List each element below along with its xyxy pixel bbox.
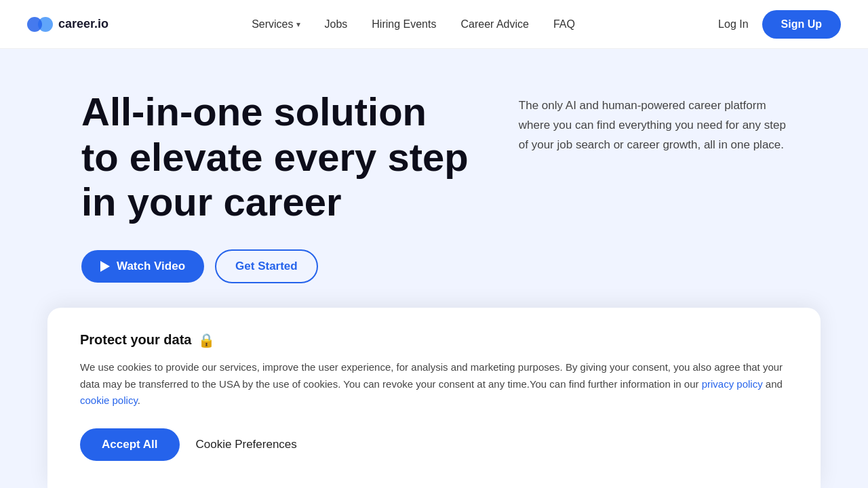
nav-item-faq[interactable]: FAQ <box>553 18 575 30</box>
cookie-actions: Accept All Cookie Preferences <box>80 428 788 461</box>
nav-jobs-link[interactable]: Jobs <box>325 18 348 30</box>
logo-link[interactable]: career.io <box>27 17 108 32</box>
nav-hiring-link[interactable]: Hiring Events <box>372 18 436 30</box>
login-link[interactable]: Log In <box>718 18 748 30</box>
nav-item-hiring-events[interactable]: Hiring Events <box>372 18 436 30</box>
nav-career-advice-link[interactable]: Career Advice <box>460 18 529 30</box>
watch-video-button[interactable]: Watch Video <box>81 250 204 283</box>
navbar: career.io Services ▾ Jobs Hiring Events … <box>0 0 868 49</box>
nav-services-label: Services <box>252 18 293 30</box>
lock-icon: 🔒 <box>198 332 215 348</box>
nav-item-services[interactable]: Services ▾ <box>252 18 300 30</box>
hero-content: All-in-one solution to elevate every ste… <box>81 89 787 283</box>
logo-circle-dark <box>27 17 42 32</box>
chevron-down-icon: ▾ <box>296 20 300 29</box>
hero-left: All-in-one solution to elevate every ste… <box>81 89 469 283</box>
privacy-policy-link[interactable]: privacy policy <box>702 378 763 390</box>
accept-all-button[interactable]: Accept All <box>80 428 180 461</box>
cookie-title-row: Protect your data 🔒 <box>80 332 788 348</box>
play-icon <box>100 261 110 272</box>
cookie-body: We use cookies to provide our services, … <box>80 359 788 409</box>
hero-right: The only AI and human-powered career pla… <box>519 89 787 155</box>
cookie-period: . <box>138 394 140 406</box>
hero-description: The only AI and human-powered career pla… <box>519 96 787 155</box>
hero-buttons: Watch Video Get Started <box>81 249 469 283</box>
logo-icon <box>27 17 53 32</box>
get-started-button[interactable]: Get Started <box>215 249 318 283</box>
nav-faq-link[interactable]: FAQ <box>553 18 575 30</box>
nav-item-jobs[interactable]: Jobs <box>325 18 348 30</box>
nav-services-link[interactable]: Services ▾ <box>252 18 300 30</box>
watch-video-label: Watch Video <box>117 260 185 273</box>
nav-links: Services ▾ Jobs Hiring Events Career Adv… <box>252 18 575 30</box>
hero-title: All-in-one solution to elevate every ste… <box>81 89 469 225</box>
cookie-body-text: We use cookies to provide our services, … <box>80 361 783 390</box>
nav-item-career-advice[interactable]: Career Advice <box>460 18 529 30</box>
nav-actions: Log In Sign Up <box>718 10 841 39</box>
signup-button[interactable]: Sign Up <box>762 10 841 39</box>
logo-text: career.io <box>58 17 108 31</box>
cookie-title: Protect your data <box>80 332 191 348</box>
cookie-preferences-button[interactable]: Cookie Preferences <box>196 438 297 451</box>
cookie-and-text: and <box>763 378 783 390</box>
cookie-banner: Protect your data 🔒 We use cookies to pr… <box>47 308 821 488</box>
cookie-policy-link[interactable]: cookie policy <box>80 394 138 406</box>
